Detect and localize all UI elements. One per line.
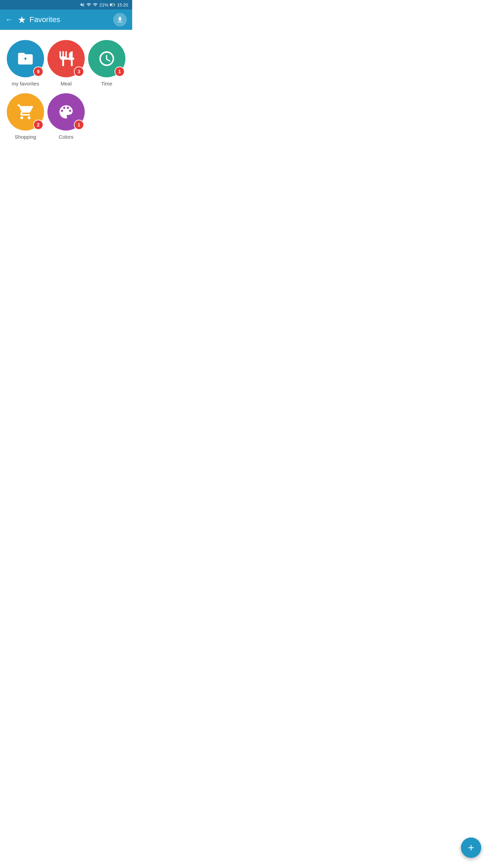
status-bar: 21% 15:20 [0, 0, 132, 9]
app-bar-title: Favorites [29, 15, 60, 24]
app-bar: ← ★ Favorites [0, 9, 132, 30]
star-folder-icon [17, 50, 34, 67]
badge-time: 1 [115, 66, 125, 77]
circle-container-meal: 3 [47, 40, 85, 77]
download-icon [116, 16, 124, 23]
badge-colors: 1 [74, 120, 84, 130]
utensils-icon [57, 50, 75, 67]
category-item-shopping[interactable]: 2 Shopping [7, 93, 44, 140]
app-bar-title-group: ★ Favorites [18, 14, 60, 25]
app-bar-left: ← ★ Favorites [5, 14, 60, 25]
wifi-icon [86, 2, 91, 7]
category-item-my-favorites[interactable]: 9 my favorites [7, 40, 44, 86]
circle-container-time: 1 [88, 40, 125, 77]
badge-meal: 3 [74, 66, 84, 77]
label-colors: Colors [59, 134, 73, 140]
palette-icon [57, 103, 75, 121]
label-meal: Meal [61, 81, 72, 86]
battery-icon [110, 3, 115, 6]
mute-icon [80, 2, 85, 7]
category-row-1: 9 my favorites 3 Meal [7, 40, 125, 86]
category-row-2: 2 Shopping 1 Colors [7, 93, 125, 140]
circle-container-shopping: 2 [7, 93, 44, 131]
favorites-star-icon: ★ [18, 14, 26, 25]
clock-icon [98, 50, 116, 67]
category-item-colors[interactable]: 1 Colors [47, 93, 85, 140]
cart-icon [17, 103, 34, 121]
main-content: 9 my favorites 3 Meal [0, 30, 132, 150]
battery-percent: 21% [99, 2, 108, 7]
category-item-time[interactable]: 1 Time [88, 40, 125, 86]
signal-icon [93, 2, 98, 7]
label-time: Time [101, 81, 113, 86]
label-shopping: Shopping [15, 134, 36, 140]
download-button[interactable] [113, 13, 127, 26]
svg-rect-2 [115, 4, 115, 5]
category-item-meal[interactable]: 3 Meal [47, 40, 85, 86]
back-button[interactable]: ← [5, 15, 13, 24]
badge-shopping: 2 [33, 120, 43, 130]
circle-container-colors: 1 [47, 93, 85, 131]
badge-my-favorites: 9 [33, 66, 43, 77]
time: 15:20 [117, 2, 128, 7]
label-my-favorites: my favorites [12, 81, 39, 86]
svg-rect-1 [110, 4, 112, 6]
status-icons: 21% 15:20 [80, 2, 128, 7]
circle-container-my-favorites: 9 [7, 40, 44, 77]
